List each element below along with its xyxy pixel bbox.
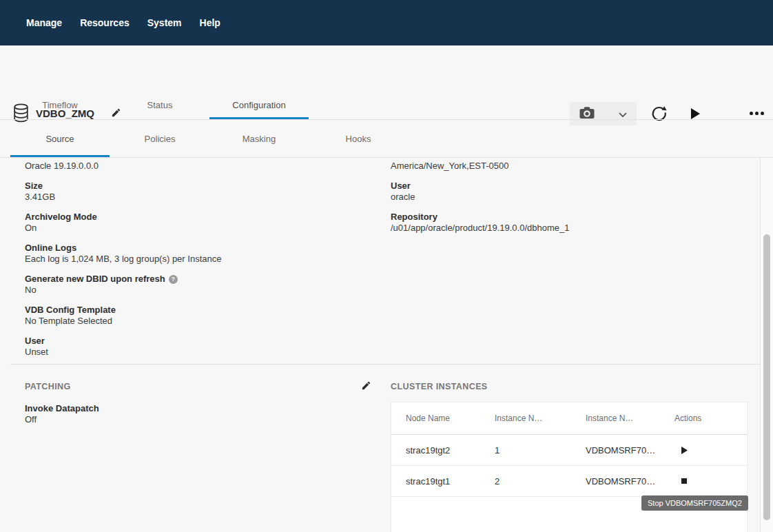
subtab-source[interactable]: Source (10, 120, 110, 157)
cell-instance-name: VDBOMSRF70… (586, 476, 674, 487)
field-value: No Template Selected (25, 316, 369, 327)
source-details-left: Oracle 19.19.0.0.0 Size 3.41GB Archivelo… (25, 161, 369, 367)
field-label: Archivelog Mode (25, 212, 369, 223)
subtab-hooks[interactable]: Hooks (309, 120, 408, 157)
field-value: Each log is 1,024 MB, 3 log group(s) per… (25, 254, 369, 265)
field-timezone: America/New_York,EST-0500 (391, 161, 749, 172)
field-size: Size 3.41GB (25, 181, 369, 203)
field-value: oracle (391, 192, 749, 203)
patching-section-title: PATCHING (25, 382, 71, 391)
tab-status[interactable]: Status (110, 90, 209, 119)
field-label: Online Logs (25, 243, 369, 254)
cell-instance-number: 1 (495, 445, 586, 456)
field-value: No (25, 285, 369, 296)
field-archivelog-mode: Archivelog Mode On (25, 212, 369, 234)
vertical-scrollbar[interactable] (760, 158, 773, 532)
field-label: Generate new DBID upon refresh (25, 274, 165, 285)
source-details-right: America/New_York,EST-0500 User oracle Re… (391, 161, 749, 243)
field-label: Repository (391, 212, 749, 223)
field-db-version: Oracle 19.19.0.0.0 (25, 161, 369, 172)
edit-patching-button[interactable] (361, 380, 371, 391)
field-vdb-config-template: VDB Config Template No Template Selected (25, 305, 369, 327)
field-label: Invoke Datapatch (25, 403, 99, 414)
stop-instance-tooltip: Stop VDBOMSRF705ZMQ2 (641, 495, 748, 511)
top-navbar: Manage Resources System Help (0, 0, 773, 45)
table-header-row: Node Name Instance N… Instance N… Action… (391, 402, 747, 435)
field-online-logs: Online Logs Each log is 1,024 MB, 3 log … (25, 243, 369, 265)
cell-instance-name: VDBOMSRF70… (586, 445, 674, 456)
field-env-user: User oracle (391, 181, 749, 203)
nav-item-manage[interactable]: Manage (26, 17, 62, 28)
cell-instance-number: 2 (495, 476, 586, 487)
primary-tabs: Timeflow Status Configuration (0, 90, 773, 120)
configuration-subtabs: Source Policies Masking Hooks (0, 120, 773, 158)
field-label: User (391, 181, 749, 192)
scrollbar-thumb[interactable] (763, 234, 770, 520)
field-value: Unset (25, 347, 369, 358)
start-instance-button[interactable] (681, 447, 688, 454)
nav-item-help[interactable]: Help (200, 17, 220, 28)
field-value: 3.41GB (25, 192, 369, 203)
question-circle-icon[interactable]: ? (169, 275, 178, 284)
table-row: strac19tgt1 2 VDBOMSRF70… (391, 466, 747, 497)
table-row: strac19tgt2 1 VDBOMSRF70… (391, 435, 747, 466)
field-value: Oracle 19.19.0.0.0 (25, 161, 369, 172)
cluster-instances-table: Node Name Instance N… Instance N… Action… (391, 402, 748, 532)
subtab-masking[interactable]: Masking (209, 120, 309, 157)
tab-timeflow[interactable]: Timeflow (10, 90, 110, 119)
field-value: /u01/app/oracle/product/19.19.0.0/dbhome… (391, 223, 749, 234)
page: Manage Resources System Help VDBO_ZMQ (0, 0, 773, 532)
field-generate-dbid: Generate new DBID upon refresh ? No (25, 274, 369, 296)
field-repository: Repository /u01/app/oracle/product/19.19… (391, 212, 749, 234)
field-value: Off (25, 414, 99, 425)
column-instance-number: Instance N… (495, 413, 586, 423)
column-actions: Actions (674, 413, 747, 423)
field-label: Size (25, 181, 369, 192)
cluster-instances-title: CLUSTER INSTANCES (391, 382, 488, 391)
column-node-name: Node Name (406, 413, 495, 423)
nav-item-system[interactable]: System (147, 17, 182, 28)
play-icon (681, 446, 688, 456)
title-bar: VDBO_ZMQ (0, 45, 773, 90)
cell-node-name: strac19tgt2 (406, 445, 495, 456)
column-instance-name: Instance N… (586, 413, 674, 423)
cell-node-name: strac19tgt1 (406, 476, 495, 487)
section-divider (10, 364, 760, 365)
tab-configuration[interactable]: Configuration (209, 90, 309, 119)
field-invoke-datapatch: Invoke Datapatch Off (25, 403, 99, 425)
field-label: User (25, 336, 369, 347)
stop-icon (681, 478, 687, 484)
field-value: On (25, 223, 369, 234)
nav-item-resources[interactable]: Resources (80, 17, 130, 28)
field-user: User Unset (25, 336, 369, 358)
field-label: VDB Config Template (25, 305, 369, 316)
stop-instance-button[interactable] (681, 478, 687, 484)
field-value: America/New_York,EST-0500 (391, 161, 749, 172)
subtab-policies[interactable]: Policies (110, 120, 209, 157)
edit-pencil-icon (361, 382, 371, 393)
